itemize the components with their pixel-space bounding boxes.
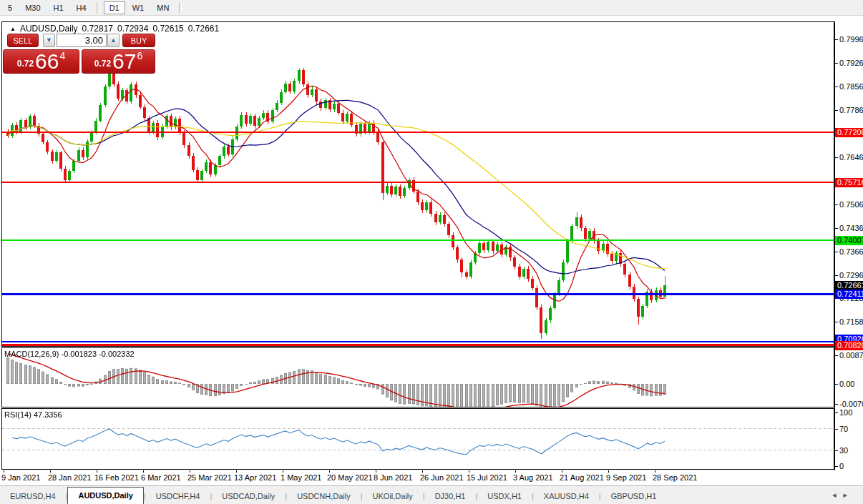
rsi-canvas[interactable] xyxy=(2,409,834,469)
rsi-tick: 0 xyxy=(839,462,844,470)
date-label: 9 Sep 2021 xyxy=(606,473,646,482)
price-tick-dash xyxy=(835,228,838,229)
timeframe-button-h1[interactable]: H1 xyxy=(48,1,69,14)
tab-usdx-h1[interactable]: USDX,H1 xyxy=(477,489,532,504)
timeframe-button-d1[interactable]: D1 xyxy=(104,1,125,14)
rsi-tick: 30 xyxy=(839,446,848,455)
price-tick: 0.77860 xyxy=(839,106,863,114)
price-badge-0.75716: 0.75716 xyxy=(835,178,863,187)
price-tick-dash xyxy=(835,157,838,158)
sell-price-sup: 4 xyxy=(59,50,65,61)
volume-input[interactable] xyxy=(57,34,107,47)
price-tick: 0.78560 xyxy=(839,82,863,91)
date-tick xyxy=(515,470,516,473)
sell-price-big: 66 xyxy=(35,51,59,71)
date-label: 16 Feb 2021 xyxy=(94,473,139,482)
sell-price-prefix: 0.72 xyxy=(17,59,34,69)
buy-price-big: 67 xyxy=(112,51,136,71)
date-tick xyxy=(655,470,655,473)
rsi-tick-dash xyxy=(835,429,838,430)
level-line-0.7082 xyxy=(2,344,834,346)
macd-tick: 0.008739 xyxy=(839,351,863,360)
date-label: 1 May 2021 xyxy=(281,473,321,482)
level-line-0.75716 xyxy=(2,182,834,183)
ohlc-open: 0.72817 xyxy=(82,24,113,34)
timeframe-button-w1[interactable]: W1 xyxy=(127,1,150,14)
tab-ukoil-daily[interactable]: UKOil,Daily xyxy=(363,489,423,504)
date-tick xyxy=(562,470,562,473)
date-tick xyxy=(4,470,4,473)
macd-tick: 0.00 xyxy=(839,380,854,388)
tab-audusd-daily[interactable]: AUDUSD,Daily xyxy=(67,487,143,504)
volume-decrement-button[interactable]: ▼ xyxy=(43,34,55,47)
price-tick-dash xyxy=(835,39,838,40)
buy-price-tile[interactable]: 0.72 67 6 xyxy=(82,49,155,74)
rsi-tick: 70 xyxy=(839,425,848,433)
price-axis: 0.799600.792600.785600.778600.764600.750… xyxy=(834,21,863,470)
date-label: 9 Jan 2021 xyxy=(1,473,40,482)
price-tick: 0.73660 xyxy=(839,247,863,256)
chart-header: ▲ AUDUSD,Daily 0.72817 0.72934 0.72615 0… xyxy=(10,24,219,34)
tab-xauusd-h4[interactable]: XAUUSD,H4 xyxy=(534,489,599,504)
price-tick: 0.71580 xyxy=(839,317,863,326)
date-tick xyxy=(283,470,283,473)
toolbar-separator xyxy=(179,2,182,14)
price-badge-0.74007: 0.74007 xyxy=(835,236,863,245)
rsi-tick-dash xyxy=(835,466,838,467)
collapse-panel-icon[interactable]: ▲ xyxy=(10,26,16,32)
buy-button[interactable]: BUY xyxy=(122,34,155,47)
macd-tick-dash xyxy=(835,404,838,405)
tab-dj30-h1[interactable]: DJ30,H1 xyxy=(425,489,476,504)
date-tick xyxy=(376,470,376,473)
symbol-title: AUDUSD,Daily xyxy=(20,24,78,34)
volume-increment-button[interactable]: ▲ xyxy=(107,34,120,47)
sell-button[interactable]: SELL xyxy=(7,34,39,47)
timeframe-button-h4[interactable]: H4 xyxy=(71,1,92,14)
tab-gbpusd-h1[interactable]: GBPUSD,H1 xyxy=(601,489,667,504)
macd-label: MACD(12,26,9) -0.001823 -0.002332 xyxy=(4,350,135,358)
tab-usdcnh-daily[interactable]: USDCNH,Daily xyxy=(287,489,361,504)
macd-tick-dash xyxy=(835,355,838,356)
ohlc-low: 0.72615 xyxy=(152,24,183,34)
timeframe-button-m30[interactable]: M30 xyxy=(19,1,46,14)
date-tick xyxy=(422,470,423,473)
date-label: 3 Aug 2021 xyxy=(513,473,553,482)
timeframe-toolbar: 5M30H1H4D1W1MN xyxy=(0,0,863,16)
date-label: 28 Jan 2021 xyxy=(48,473,92,482)
trading-terminal: 5M30H1H4D1W1MN ▲ AUDUSD,Daily 0.72817 0.… xyxy=(0,0,863,504)
date-label: 13 Apr 2021 xyxy=(234,473,276,482)
date-tick xyxy=(236,470,237,473)
buy-price-prefix: 0.72 xyxy=(94,59,111,69)
tab-usdcad-daily[interactable]: USDCAD,Daily xyxy=(212,489,285,504)
price-tick-dash xyxy=(835,275,838,276)
ohlc-high: 0.72934 xyxy=(117,24,148,34)
tab-scroll-arrows[interactable]: ◂▸ xyxy=(832,490,863,504)
price-tick: 0.75060 xyxy=(839,200,863,209)
price-tick: 0.79960 xyxy=(839,35,863,44)
price-tick-dash xyxy=(835,322,838,322)
date-label: 20 May 2021 xyxy=(327,473,373,482)
timeframe-button-mn[interactable]: MN xyxy=(151,1,175,14)
date-label: 26 Jun 2021 xyxy=(420,473,464,482)
date-tick xyxy=(97,470,97,473)
tab-usdchf-h4[interactable]: USDCHF,H4 xyxy=(146,489,210,504)
date-label: 15 Jul 2021 xyxy=(467,473,507,482)
rsi-tick-dash xyxy=(835,450,838,451)
date-tick xyxy=(50,470,51,473)
price-tick: 0.76460 xyxy=(839,153,863,162)
timeframe-button-5[interactable]: 5 xyxy=(2,1,18,14)
date-label: 8 Jun 2021 xyxy=(374,473,412,482)
tab-eurusd-h4[interactable]: EURUSD,H4 xyxy=(0,489,66,504)
date-tick xyxy=(608,470,609,473)
macd-tick-dash xyxy=(835,384,838,385)
price-badge-0.72411: 0.72411 xyxy=(835,290,863,299)
chart-tab-bar: EURUSD,H4|AUDUSD,Daily|USDCHF,H4|USDCAD,… xyxy=(0,485,863,504)
date-label: 21 Aug 2021 xyxy=(560,473,604,482)
level-line-0.74007 xyxy=(2,239,834,241)
ohlc-close: 0.72661 xyxy=(188,24,219,34)
price-tick: 0.74360 xyxy=(839,224,863,232)
toolbar-separator xyxy=(97,2,99,14)
sell-price-tile[interactable]: 0.72 66 4 xyxy=(3,49,79,74)
date-axis: 9 Jan 202128 Jan 202116 Feb 20216 Mar 20… xyxy=(0,470,834,485)
price-tick-dash xyxy=(835,252,838,252)
